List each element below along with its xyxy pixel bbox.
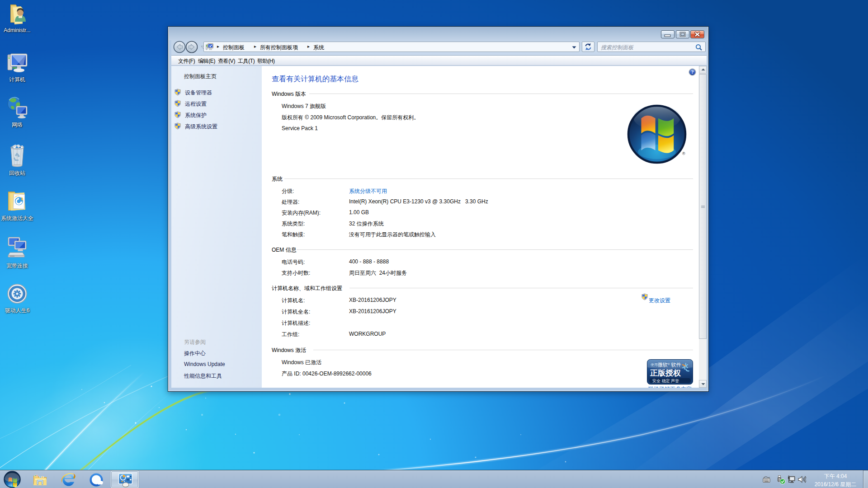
svg-text:®: ® xyxy=(682,151,685,156)
svg-text:微软® 软件: 微软® 软件 xyxy=(658,362,681,367)
svg-text:使用: 使用 xyxy=(651,363,658,367)
svg-text:正版授权: 正版授权 xyxy=(650,369,681,377)
svg-text:?: ? xyxy=(691,70,693,75)
svg-text:安全 稳定 声誉: 安全 稳定 声誉 xyxy=(652,379,679,383)
